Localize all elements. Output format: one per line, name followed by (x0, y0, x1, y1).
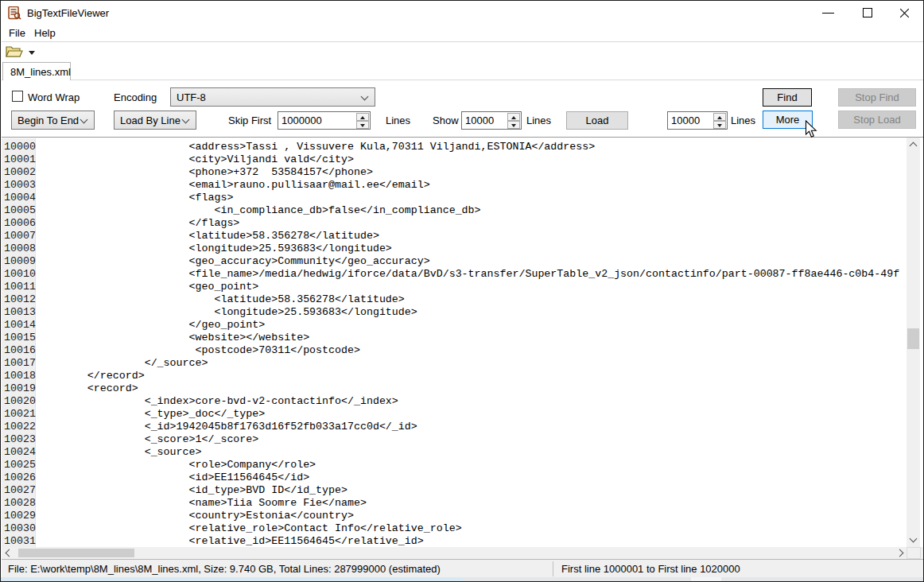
vertical-scroll-thumb[interactable] (907, 328, 919, 349)
code-line: 10028 <name>Tiia Soomre Fie</name> (2, 497, 907, 510)
show-unit-label: Lines (526, 114, 551, 126)
skip-first-spin-down-button[interactable] (356, 121, 369, 129)
code-line: 10016 <postcode>70311</postcode> (2, 344, 907, 357)
line-number: 10016 (2, 344, 37, 357)
status-divider (553, 561, 553, 576)
line-number: 10003 (2, 179, 37, 192)
code-line: 10012 <latitude>58.356278</latitude> (2, 293, 907, 306)
code-lines: 10000 <address>Tassi , Vissuvere Kula,70… (2, 141, 907, 547)
code-line: 10006 </flags> (2, 217, 907, 230)
line-number: 10027 (2, 484, 37, 497)
text-viewer[interactable]: 10000 <address>Tassi , Vissuvere Kula,70… (2, 137, 924, 547)
show-value[interactable]: 10000 (465, 114, 494, 126)
skip-first-spin-up-button[interactable] (356, 113, 369, 121)
line-number: 10020 (2, 395, 37, 408)
more-button[interactable]: More (763, 111, 813, 129)
line-text: <email>rauno.pullisaar@mail.ee</email> (37, 179, 430, 192)
tab-8m-lines[interactable]: 8M_lines.xml (2, 62, 71, 81)
show-spin-up-button[interactable] (507, 113, 520, 121)
code-line: 10008 <longitude>25.593683</longitude> (2, 242, 907, 255)
line-number: 10030 (2, 522, 37, 535)
stop-load-button: Stop Load (838, 111, 916, 129)
stop-find-button: Stop Find (838, 88, 916, 107)
code-line: 10030 <relative_role>Contact Info</relat… (2, 522, 907, 535)
maximize-icon (863, 8, 872, 17)
line-text: <relative_id>EE11564645</relative_id> (37, 535, 424, 547)
more-count-spinner[interactable]: 10000 (667, 111, 728, 130)
encoding-select[interactable]: UTF-8 (170, 87, 375, 107)
range-mode-select[interactable]: Begin To End (11, 111, 95, 130)
horizontal-scrollbar[interactable] (2, 547, 924, 559)
line-number: 10018 (2, 370, 37, 382)
chevron-down-icon (361, 93, 369, 101)
show-spin-down-button[interactable] (507, 121, 520, 129)
line-number: 10025 (2, 459, 37, 471)
line-number: 10002 (2, 166, 37, 179)
code-line: 10025 <role>Company</role> (2, 459, 907, 471)
skip-first-value[interactable]: 1000000 (281, 114, 322, 126)
line-text: <in_compliance_db>false</in_compliance_d… (37, 204, 481, 217)
scrollbar-corner (907, 547, 921, 559)
vertical-scrollbar[interactable] (907, 138, 920, 547)
code-line: 10014 </geo_point> (2, 319, 907, 332)
chevron-down-icon (80, 116, 88, 124)
minimize-button[interactable] (810, 1, 846, 25)
more-unit-label: Lines (731, 114, 755, 126)
menu-file[interactable]: File (9, 27, 25, 39)
code-line: 10005 <in_compliance_db>false</in_compli… (2, 204, 907, 217)
word-wrap-checkbox[interactable] (12, 91, 23, 102)
line-number: 10013 (2, 306, 37, 319)
line-number: 10021 (2, 408, 37, 421)
toolbar (2, 43, 924, 61)
maximize-button[interactable] (850, 1, 886, 25)
find-button[interactable]: Find (763, 88, 812, 107)
line-text: <record> (37, 382, 138, 395)
tab-strip: 8M_lines.xml (2, 61, 924, 80)
code-line: 10022 <_id>1942045b8f1763d16f52fb033a17c… (2, 421, 907, 433)
horizontal-scroll-thumb[interactable] (18, 549, 134, 557)
range-mode-value: Begin To End (17, 114, 79, 126)
show-spinner[interactable]: 10000 (461, 111, 522, 130)
line-number: 10026 (2, 471, 37, 484)
code-line: 10029 <country>Estonia</country> (2, 510, 907, 522)
line-text: <_index>core-bvd-v2-contactinfo</_index> (37, 395, 398, 408)
more-spin-down-button[interactable] (713, 121, 726, 129)
line-text: <geo_accuracy>Community</geo_accuracy> (37, 255, 430, 268)
skip-first-spinner[interactable]: 1000000 (278, 111, 371, 130)
more-count-value[interactable]: 10000 (671, 114, 700, 126)
line-number: 10009 (2, 255, 37, 268)
line-text: <flags> (37, 192, 233, 204)
code-line: 10003 <email>rauno.pullisaar@mail.ee</em… (2, 179, 907, 192)
code-line: 10015 <website></website> (2, 332, 907, 344)
code-line: 10023 <_score>1</_score> (2, 433, 907, 446)
more-spin-up-button[interactable] (713, 113, 726, 121)
open-dropdown-caret-icon[interactable] (29, 51, 35, 55)
encoding-label: Encoding (114, 91, 157, 103)
line-number: 10024 (2, 446, 37, 459)
line-number: 10023 (2, 433, 37, 446)
chevron-down-icon (182, 116, 190, 124)
line-text: <country>Estonia</country> (37, 510, 354, 522)
line-number: 10008 (2, 242, 37, 255)
minimize-icon (822, 13, 834, 14)
load-mode-select[interactable]: Load By Line (114, 111, 196, 130)
code-line: 10011 <geo_point> (2, 281, 907, 293)
menu-help[interactable]: Help (34, 27, 56, 39)
line-text: <longitude>25.593683</longitude> (37, 306, 417, 319)
line-text: <_score>1</_score> (37, 433, 258, 446)
open-file-button[interactable] (6, 45, 36, 60)
close-icon (899, 8, 910, 18)
line-text: <_type>_doc</_type> (37, 408, 265, 421)
line-number: 10006 (2, 217, 37, 230)
line-text: </geo_point> (37, 319, 265, 332)
line-text: <address>Tassi , Vissuvere Kula,70311 Vi… (37, 141, 595, 153)
line-text: <latitude>58.356278</latitude> (37, 230, 379, 242)
skip-first-label: Skip First (228, 114, 271, 126)
load-button[interactable]: Load (566, 111, 628, 130)
line-text: <latitude>58.356278</latitude> (37, 293, 405, 306)
line-text: <file_name>/media/hedwig/iforce/data/BvD… (37, 268, 899, 281)
spin-up-icon (511, 116, 516, 119)
code-line: 10024 <_source> (2, 446, 907, 459)
close-button[interactable] (887, 1, 922, 25)
line-text: <city>Viljandi vald</city> (37, 153, 354, 166)
